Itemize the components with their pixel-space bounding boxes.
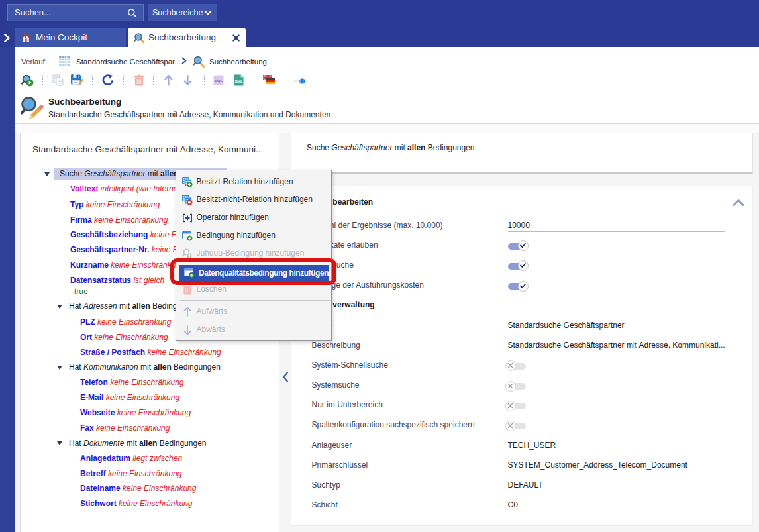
svg-text:XML: XML xyxy=(234,80,243,83)
svg-text:SQL: SQL xyxy=(215,79,223,83)
